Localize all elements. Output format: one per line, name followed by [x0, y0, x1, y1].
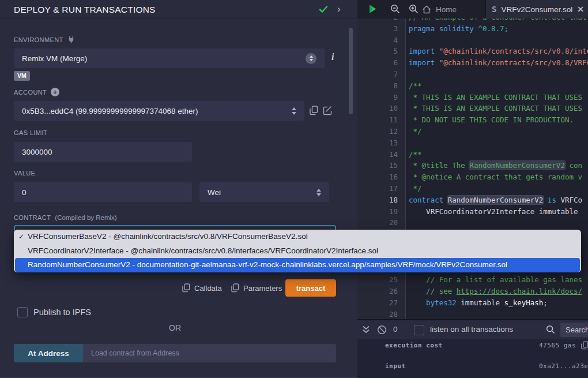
add-account-icon[interactable]: + [51, 88, 59, 96]
code-line[interactable]: import "@chainlink/contracts/src/v0.8/VR… [406, 57, 588, 69]
line-number[interactable]: 17 [357, 183, 405, 194]
code-line[interactable]: * THIS IS AN EXAMPLE CONTRACT THAT USES [406, 92, 588, 103]
listen-transactions-checkbox[interactable] [414, 325, 424, 335]
line-number[interactable]: 25 [357, 274, 405, 286]
value-unit-select[interactable]: Wei [199, 182, 329, 202]
terminal-toolbar: 0 listen on all transactions [357, 320, 588, 339]
code-line[interactable]: bytes32 immutable s_keyHash; [406, 297, 588, 309]
at-address-input[interactable] [91, 349, 328, 357]
code-line[interactable]: pragma solidity ^0.8.7; [406, 23, 588, 35]
line-number[interactable]: 26 [357, 286, 405, 297]
code-line[interactable] [406, 309, 588, 319]
contract-option[interactable]: ✓VRFConsumerBaseV2 - @chainlink/contract… [14, 230, 581, 244]
line-number[interactable]: 16 [357, 171, 405, 183]
line-number[interactable]: 13 [357, 137, 405, 149]
line-number[interactable]: 14 [357, 149, 405, 160]
close-tab-icon[interactable]: ✕ [577, 5, 584, 14]
line-number[interactable]: 4 [357, 35, 405, 46]
tab-vrfv2consumer[interactable]: S VRFv2Consumer.sol ✕ [485, 0, 588, 18]
account-select[interactable]: 0x5B3...eddC4 (99.99999999999997374068 e… [14, 101, 304, 121]
line-number[interactable]: 9 [357, 92, 405, 103]
line-number[interactable]: 5 [357, 46, 405, 57]
edit-account-icon[interactable] [323, 106, 333, 115]
line-number-gutter[interactable]: 2345678910111213141516171819202122232425… [357, 18, 406, 319]
terminal-row-value: 47565 gas [539, 342, 576, 349]
code-token: * @title The [409, 161, 469, 170]
code-line[interactable]: /** [406, 149, 588, 160]
zoom-in-icon[interactable] [409, 4, 419, 14]
line-number[interactable]: 10 [357, 103, 405, 114]
editor-toolbar: Home S VRFv2Consumer.sol ✕ [357, 0, 588, 18]
code-line[interactable]: // see https://docs.chain.link/docs/ [406, 286, 588, 297]
zoom-out-icon[interactable] [390, 4, 400, 14]
code-line[interactable] [406, 69, 588, 80]
transaction-count-badge: 0 [393, 325, 398, 334]
tab-home[interactable]: Home [422, 0, 457, 18]
line-number[interactable]: 20 [357, 217, 405, 229]
code-line[interactable]: * @title The RandomNumberConsumerV2 con [406, 160, 588, 171]
code-line[interactable]: */ [406, 183, 588, 194]
code-token: VRFCoordinatorV2Interface [409, 207, 534, 216]
environment-select[interactable]: Remix VM (Merge) [14, 48, 325, 68]
code-line[interactable] [406, 137, 588, 149]
search-icon [546, 325, 555, 334]
code-line[interactable]: /** [406, 80, 588, 92]
collapse-panel-chevron-icon[interactable]: › [337, 3, 341, 16]
code-line[interactable]: import "@chainlink/contracts/src/v0.8/in… [406, 46, 588, 57]
gas-limit-input[interactable] [22, 148, 184, 156]
line-number[interactable]: 2 [357, 18, 405, 23]
line-number[interactable]: 18 [357, 194, 405, 206]
publish-ipfs-checkbox[interactable] [17, 307, 28, 317]
contract-option-label: VRFConsumerBaseV2 - @chainlink/contracts… [28, 232, 308, 241]
transact-button[interactable]: transact [285, 279, 336, 297]
code-line[interactable] [406, 35, 588, 46]
publish-ipfs-label: Publish to IPFS [33, 307, 91, 317]
value-input[interactable] [22, 188, 184, 197]
line-number[interactable]: 15 [357, 160, 405, 171]
panel-scrollbar[interactable] [349, 28, 353, 114]
line-number[interactable]: 11 [357, 114, 405, 126]
run-script-icon[interactable] [368, 4, 378, 14]
contract-option[interactable]: VRFCoordinatorV2Interface - @chainlink/c… [14, 244, 581, 259]
gas-limit-label: GAS LIMIT [14, 129, 47, 136]
solidity-file-icon: S [492, 5, 496, 14]
line-number[interactable]: 27 [357, 297, 405, 309]
expand-terminal-icon[interactable] [362, 325, 370, 334]
copy-account-icon[interactable] [310, 106, 318, 115]
line-number[interactable]: 6 [357, 57, 405, 69]
code-token [435, 58, 439, 67]
copy-value-icon[interactable] [581, 341, 588, 350]
code-token: RandomNumberConsumerV2 [469, 161, 565, 170]
code-line[interactable]: */ [406, 126, 588, 137]
line-number[interactable]: 3 [357, 23, 405, 35]
code-line[interactable] [406, 217, 588, 229]
line-number[interactable]: 12 [357, 126, 405, 137]
code-line[interactable]: * THIS IS AN EXAMPLE CONTRACT THAT USES [406, 103, 588, 114]
calldata-action[interactable]: Calldata [182, 283, 222, 293]
line-number[interactable]: 8 [357, 80, 405, 92]
at-address-button[interactable]: At Address [14, 344, 83, 362]
terminal-search-input[interactable] [566, 325, 588, 334]
code-area[interactable]: 2345678910111213141516171819202122232425… [357, 18, 588, 319]
code-token: con [565, 161, 582, 170]
line-number[interactable]: 19 [357, 206, 405, 218]
home-icon [422, 5, 431, 14]
plug-icon [67, 36, 75, 43]
parameters-action[interactable]: Parameters [231, 283, 282, 293]
contract-option[interactable]: RandomNumberConsumerV2 - documentation-g… [15, 258, 580, 272]
code-line[interactable]: * @notice A contract that gets random v [406, 171, 588, 183]
code-line[interactable]: // For a list of available gas lanes [406, 274, 588, 286]
code-line[interactable]: contract RandomNumberConsumerV2 is VRFCo [406, 194, 588, 206]
terminal-row-value: 0xa21...a23e4 [539, 362, 588, 370]
environment-info-icon[interactable]: i [331, 52, 334, 62]
line-number[interactable]: 28 [357, 309, 405, 319]
calldata-label: Calldata [194, 284, 222, 293]
line-number[interactable]: 7 [357, 69, 405, 80]
code-line[interactable]: VRFCoordinatorV2Interface immutable [406, 206, 588, 218]
code-token [409, 275, 426, 284]
code-line[interactable]: * DO NOT USE THIS CODE IN PRODUCTION. [406, 114, 588, 126]
clear-console-icon[interactable] [377, 325, 387, 335]
contract-label: CONTRACT (Compiled by Remix) [14, 214, 117, 221]
panel-title: DEPLOY & RUN TRANSACTIONS [14, 0, 156, 19]
code-line[interactable]: // An example of a consumer contract tha… [406, 18, 588, 23]
